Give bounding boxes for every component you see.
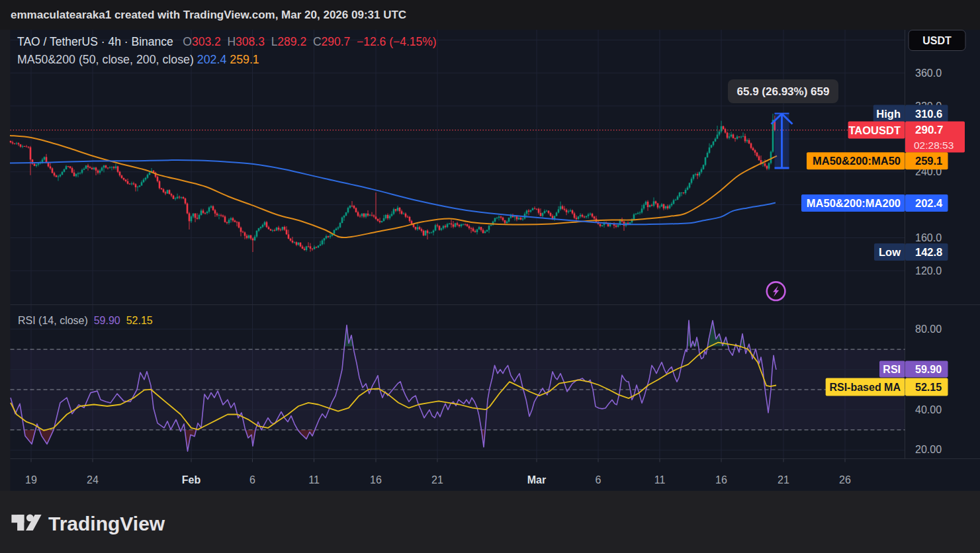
svg-text:RSI-based MA: RSI-based MA	[829, 382, 901, 393]
svg-text:Mar: Mar	[527, 474, 546, 486]
svg-text:59.90: 59.90	[915, 364, 942, 375]
svg-text:310.6: 310.6	[915, 108, 942, 120]
svg-text:160.0: 160.0	[915, 232, 942, 243]
svg-text:MA50&200:MA200: MA50&200:MA200	[807, 197, 901, 209]
svg-text:20.00: 20.00	[915, 444, 942, 455]
svg-text:High: High	[876, 108, 901, 120]
svg-text:Feb: Feb	[182, 474, 201, 486]
svg-text:TradingView: TradingView	[48, 513, 165, 534]
svg-text:202.4: 202.4	[915, 197, 943, 209]
svg-text:259.1: 259.1	[915, 155, 942, 167]
svg-text:11: 11	[308, 474, 320, 486]
svg-text:120.0: 120.0	[915, 265, 942, 276]
svg-text:24: 24	[87, 474, 99, 486]
svg-text:142.8: 142.8	[915, 246, 942, 258]
svg-text:Low: Low	[879, 246, 901, 258]
svg-text:40.00: 40.00	[915, 404, 942, 415]
svg-text:16: 16	[370, 474, 382, 486]
svg-text:RSI (14, close) 59.90 52.15: RSI (14, close) 59.90 52.15	[18, 315, 153, 326]
svg-text:26: 26	[839, 474, 851, 486]
svg-text:65.9 (26.93%) 659: 65.9 (26.93%) 659	[737, 85, 830, 98]
svg-text:TAO / TetherUS · 4h · Binance: TAO / TetherUS · 4h · Binance O303.2 H30…	[17, 35, 437, 48]
svg-text:MA50&200:MA50: MA50&200:MA50	[813, 155, 901, 167]
svg-text:TAOUSDT: TAOUSDT	[848, 124, 901, 136]
svg-text:360.0: 360.0	[915, 67, 942, 79]
svg-text:80.00: 80.00	[915, 323, 942, 335]
svg-text:21: 21	[431, 474, 443, 486]
svg-text:6: 6	[596, 474, 601, 486]
svg-text:02:28:53: 02:28:53	[914, 140, 954, 151]
svg-text:19: 19	[25, 474, 37, 486]
svg-text:21: 21	[778, 474, 789, 486]
svg-text:RSI: RSI	[883, 364, 901, 375]
svg-text:16: 16	[715, 474, 727, 486]
svg-text:52.15: 52.15	[915, 382, 942, 393]
svg-text:11: 11	[654, 474, 666, 486]
svg-text:USDT: USDT	[922, 35, 952, 46]
svg-text:290.7: 290.7	[915, 124, 944, 136]
svg-text:6: 6	[249, 474, 255, 486]
svg-text:MA50&200 (50, close, 200, clos: MA50&200 (50, close, 200, close) 202.4 2…	[17, 53, 259, 66]
